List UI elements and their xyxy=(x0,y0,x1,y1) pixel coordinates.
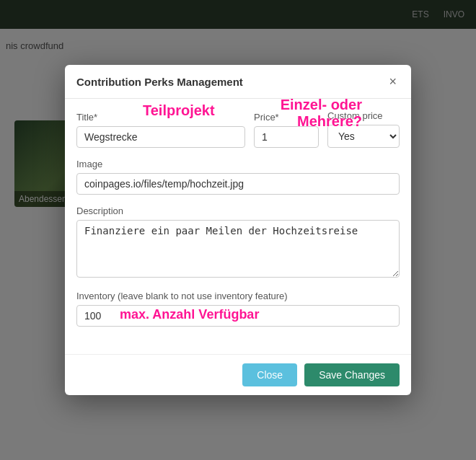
form-group-inventory: Inventory (leave blank to not use invent… xyxy=(76,290,400,327)
inventory-label: Inventory (leave blank to not use invent… xyxy=(76,291,288,301)
inventory-input[interactable] xyxy=(76,305,400,327)
form-group-image: Image xyxy=(76,158,400,195)
form-group-price: Price* xyxy=(254,112,319,148)
save-changes-button[interactable]: Save Changes xyxy=(304,363,400,386)
modal-footer: Close Save Changes xyxy=(65,354,411,395)
form-group-description: Description Finanziere ein paar Meilen d… xyxy=(76,205,400,280)
modal-title: Contribution Perks Management xyxy=(76,76,243,88)
custom-price-label: Custom price xyxy=(327,110,400,121)
description-textarea[interactable]: Finanziere ein paar Meilen der Hochzeits… xyxy=(76,220,400,278)
title-label: Title* xyxy=(76,112,245,123)
price-input[interactable] xyxy=(254,126,319,148)
title-input[interactable] xyxy=(76,126,245,148)
modal-header: Contribution Perks Management × xyxy=(65,65,411,99)
custom-price-select[interactable]: Yes No xyxy=(327,125,400,148)
modal-close-button[interactable]: × xyxy=(386,75,400,88)
image-label: Image xyxy=(76,159,102,169)
modal-body: Title* Price* Custom price Yes No Ima xyxy=(65,99,411,348)
description-label: Description xyxy=(76,205,123,216)
close-button[interactable]: Close xyxy=(242,363,297,386)
modal-overlay: Teilprojekt Einzel- oder Mehrere? Contri… xyxy=(0,0,476,460)
modal-dialog: Teilprojekt Einzel- oder Mehrere? Contri… xyxy=(65,65,411,395)
image-input[interactable] xyxy=(76,173,400,195)
price-label: Price* xyxy=(254,112,319,123)
form-row-title-price: Title* Price* Custom price Yes No xyxy=(76,110,400,148)
form-group-custom-price: Custom price Yes No xyxy=(327,110,400,148)
form-group-title: Title* xyxy=(76,112,245,148)
